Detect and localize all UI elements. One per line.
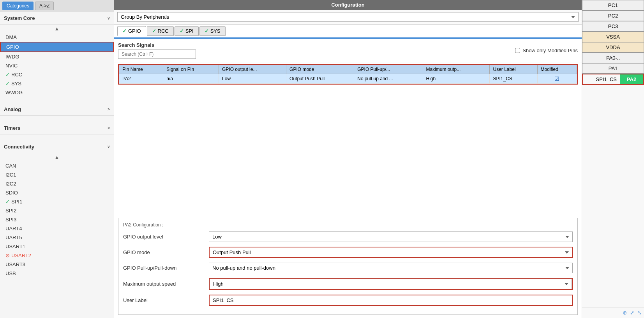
sidebar-item-spi2[interactable]: SPI2 [0,206,114,215]
cell-user-label: SPI1_CS [490,74,537,84]
sidebar-item-dma[interactable]: DMA [0,33,114,42]
table-row[interactable]: PA2 n/a Low Output Push Pull No pull-up … [119,74,577,84]
pin-pc3[interactable]: PC3 [582,21,644,32]
control-max-speed: High [209,278,573,290]
shrink-icon[interactable]: ⤡ [637,310,642,316]
sidebar-item-can[interactable]: CAN [0,161,114,170]
config-row-gpio-mode: GPIO mode Output Push Pull [123,247,573,258]
tab-rcc[interactable]: ✓ RCC [147,26,174,36]
sidebar-item-usb[interactable]: USB [0,269,114,278]
search-section: Search Signals Show only Modified Pins [114,39,582,62]
chevron-right-icon: > [108,107,110,111]
sidebar-item-uart4[interactable]: UART4 [0,224,114,233]
group-by-select[interactable]: Group By Peripherals [117,12,579,22]
pin-pa2[interactable]: PA2 [620,74,643,84]
sidebar-item-nvic[interactable]: NVIC [0,61,114,70]
sidebar-item-i2c1[interactable]: I2C1 [0,170,114,179]
pin-vdda[interactable]: VDDA [582,42,644,53]
config-row-output-level: GPIO output level Low [123,231,573,242]
select-pullup[interactable]: No pull-up and no pull-down [209,263,573,273]
plus-icon[interactable]: ⊕ [623,310,627,316]
pin-pc1[interactable]: PC1 [582,0,644,11]
cell-output-level: Low [219,74,286,84]
pin-pc2[interactable]: PC2 [582,11,644,21]
select-gpio-mode[interactable]: Output Push Pull [209,247,573,258]
section-timers[interactable]: Timers > [0,122,114,134]
pin-vssa[interactable]: VSSA [582,32,644,42]
pin-pa0[interactable]: PA0-.. [582,53,644,63]
cell-pin-name: PA2 [119,74,163,84]
sidebar-item-rcc[interactable]: ✓RCC [0,70,114,79]
label-pullup: GPIO Pull-up/Pull-down [123,265,209,271]
section-analog[interactable]: Analog > [0,103,114,116]
check-icon: ✓ [205,28,209,34]
sidebar: Categories A->Z System Core ∨ ▲ DMA GPIO… [0,0,114,318]
tab-gpio[interactable]: ✓ GPIO [117,26,146,36]
col-pullup: GPIO Pull-up/... [354,65,423,74]
modified-check-icon: ☑ [554,76,559,82]
col-modified: Modified [537,65,577,74]
main-content: Configuration Group By Peripherals ✓ GPI… [114,0,582,318]
select-output-level[interactable]: Low [209,231,573,242]
tab-spi[interactable]: ✓ SPI [175,26,199,36]
sidebar-item-uart5[interactable]: UART5 [0,233,114,242]
sidebar-item-spi1[interactable]: ✓SPI1 [0,197,114,206]
pa2-row: SPI1_CS PA2 [582,74,644,85]
sidebar-item-usart3[interactable]: USART3 [0,260,114,269]
spi1-cs-label: SPI1_CS [583,76,620,82]
sidebar-item-i2c2[interactable]: I2C2 [0,179,114,188]
sidebar-item-sdio[interactable]: SDIO [0,188,114,197]
control-user-label [209,295,573,306]
sidebar-item-sys[interactable]: ✓SYS [0,79,114,88]
col-user-label: User Label [490,65,537,74]
pa2-config-title: PA2 Configuration : [123,222,573,228]
sidebar-item-wwdg[interactable]: WWDG [0,88,114,97]
label-user-label: User Label [123,297,209,303]
chevron-down-icon: ∨ [107,16,110,20]
sidebar-item-iwdg[interactable]: IWDG [0,52,114,61]
sidebar-tabs: Categories A->Z [0,0,114,12]
section-connectivity[interactable]: Connectivity ∨ [0,141,114,153]
scroll-up-system-core[interactable]: ▲ [0,25,114,33]
col-signal: Signal on Pin [163,65,219,74]
section-system-core[interactable]: System Core ∨ [0,12,114,25]
tab-categories[interactable]: Categories [2,2,34,10]
input-user-label[interactable] [210,295,572,305]
check-icon: ✓ [5,72,10,78]
sidebar-item-usart1[interactable]: USART1 [0,242,114,251]
col-pin-name: Pin Name [119,65,163,74]
cell-modified: ☑ [537,74,577,84]
tab-sys[interactable]: ✓ SYS [199,26,226,36]
config-header: Configuration [114,0,582,10]
cell-signal: n/a [163,74,219,84]
config-row-pullup: GPIO Pull-up/Pull-down No pull-up and no… [123,263,573,273]
col-output-level: GPIO output le... [219,65,286,74]
show-modified-checkbox[interactable] [515,48,520,53]
sidebar-item-spi3[interactable]: SPI3 [0,215,114,224]
sidebar-item-gpio[interactable]: GPIO [0,42,114,52]
expand-icon[interactable]: ⤢ [630,310,634,316]
control-pullup: No pull-up and no pull-down [209,263,573,273]
control-gpio-mode: Output Push Pull [209,247,573,258]
config-row-user-label: User Label [123,295,573,306]
config-row-max-speed: Maximum output speed High [123,278,573,290]
gpio-table-wrapper: Pin Name Signal on Pin GPIO output le...… [118,64,578,85]
tab-az[interactable]: A->Z [35,2,54,10]
scroll-up-connectivity[interactable]: ▲ [0,153,114,161]
sidebar-item-usart2[interactable]: ⊘USART2 [0,251,114,260]
label-gpio-mode: GPIO mode [123,249,209,255]
config-toolbar: Group By Peripherals [114,10,582,25]
error-icon: ⊘ [5,253,10,258]
search-label: Search Signals [118,42,196,48]
search-input[interactable] [118,49,196,59]
bottom-icons: ⊕ ⤢ ⤡ [582,307,644,318]
check-icon: ✓ [122,28,127,34]
control-output-level: Low [209,231,573,242]
chevron-right-icon: > [108,126,110,130]
select-max-speed[interactable]: High [210,279,572,289]
tabs-bar: ✓ GPIO ✓ RCC ✓ SPI ✓ SYS [114,25,582,38]
label-max-speed: Maximum output speed [123,281,209,287]
cell-gpio-mode: Output Push Pull [286,74,354,84]
chevron-down-icon: ∨ [107,145,110,149]
pin-pa1[interactable]: PA1 [582,63,644,74]
